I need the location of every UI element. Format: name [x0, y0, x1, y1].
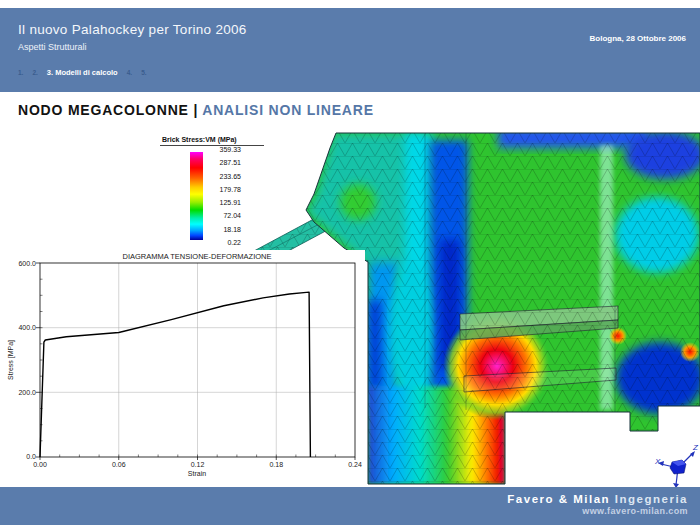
company-name: Favero & Milan	[507, 493, 610, 505]
deck-subtitle: Aspetti Strutturali	[18, 42, 87, 52]
event-date: Bologna, 28 Ottobre 2006	[590, 34, 686, 43]
chart-title: DIAGRAMMA TENSIONE-DEFORMAZIONE	[122, 252, 271, 261]
header-bar: Il nuovo Palahockey per Torino 2006 Aspe…	[0, 8, 700, 92]
legend-value: 287.51	[207, 159, 241, 167]
axis-triad-icon: X Z Y	[654, 443, 699, 490]
xtick-label: 0.24	[348, 461, 362, 468]
nav-item-4[interactable]: 4.	[127, 69, 132, 76]
section-nav: 1. 2. 3. Modelli di calcolo 4. 5.	[18, 68, 147, 77]
ytick-label: 400.0	[18, 324, 36, 331]
stress-legend: Brick Stress:VM (MPa) 359.33 287.51 233.…	[160, 136, 272, 146]
x-axis-title: Strain	[188, 470, 206, 477]
minor-ticks	[40, 279, 335, 457]
legend-title: Brick Stress:VM (MPa)	[160, 136, 264, 146]
ytick-label: 0.0	[26, 453, 36, 460]
legend-value: 18.18	[207, 226, 241, 234]
stress-strain-curve	[40, 292, 310, 457]
legend-values: 359.33 287.51 233.65 179.78 125.91 72.04…	[207, 146, 241, 247]
legend-value: 0.22	[207, 239, 241, 247]
y-axis-title: Stress [MPa]	[7, 340, 15, 380]
nav-item-1[interactable]: 1.	[18, 69, 23, 76]
nav-item-3-active[interactable]: 3. Modelli di calcolo	[47, 68, 118, 77]
company-website[interactable]: www.favero-milan.com	[0, 506, 688, 516]
ytick-label: 600.0	[18, 260, 36, 267]
legend-value: 72.04	[207, 212, 241, 220]
page-title-blue: ANALISI NON LINEARE	[202, 102, 374, 118]
xtick-label: 0.00	[33, 461, 47, 468]
stress-strain-chart: DIAGRAMMA TENSIONE-DEFORMAZIONE 600.0 40…	[5, 250, 365, 478]
axis-z-label: Z	[692, 443, 699, 452]
xtick-label: 0.06	[112, 461, 126, 468]
axis-x-label: X	[654, 457, 661, 466]
page-title-black: NODO MEGACOLONNE |	[18, 102, 198, 118]
presentation-slide: X Z Y Brick Stress:VM (MPa) 359.33 287.5…	[0, 0, 700, 525]
xtick-label: 0.12	[191, 461, 205, 468]
deck-title: Il nuovo Palahockey per Torino 2006	[18, 22, 247, 37]
legend-value: 359.33	[207, 146, 241, 154]
xtick-label: 0.18	[269, 461, 283, 468]
ytick-label: 200.0	[18, 389, 36, 396]
footer-bar: Favero & Milan Ingegneria www.favero-mil…	[0, 487, 700, 525]
nav-item-5[interactable]: 5.	[141, 69, 146, 76]
legend-colorbar	[190, 152, 203, 240]
legend-value: 125.91	[207, 199, 241, 207]
page-title: NODO MEGACOLONNE | ANALISI NON LINEARE	[18, 102, 374, 118]
nav-item-2[interactable]: 2.	[32, 69, 37, 76]
legend-value: 179.78	[207, 186, 241, 194]
company-division: Ingegneria	[615, 493, 688, 505]
legend-value: 233.65	[207, 173, 241, 181]
footer-company-line: Favero & Milan Ingegneria	[0, 493, 688, 505]
